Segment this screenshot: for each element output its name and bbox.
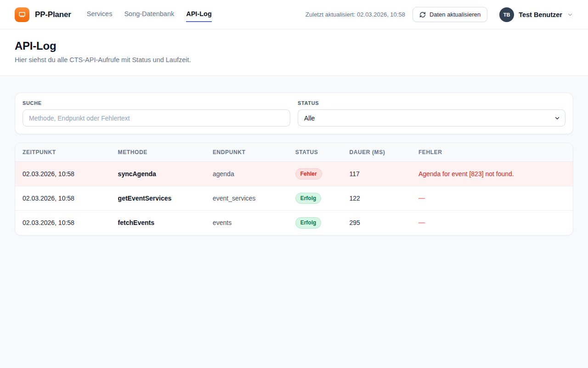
column-header-endpunkt: Endpunkt <box>205 143 288 162</box>
filter-card: Suche Status Alle <box>15 92 573 134</box>
cell-methode: getEventServices <box>111 186 205 211</box>
column-header-fehler: Fehler <box>411 143 573 162</box>
status-select[interactable]: Alle <box>298 109 565 126</box>
status-field-group: Status Alle <box>298 100 565 126</box>
cell-fehler: Agenda for event [823] not found. <box>411 162 573 186</box>
column-header-dauer: Dauer (ms) <box>342 143 411 162</box>
search-field-group: Suche <box>23 100 290 126</box>
api-log-table: Zeitpunkt Methode Endpunkt Status Dauer … <box>15 143 573 235</box>
search-label: Suche <box>23 100 290 106</box>
cell-methode: fetchEvents <box>111 211 205 235</box>
nav-item-song-datenbank[interactable]: Song-Datenbank <box>124 7 174 22</box>
column-header-methode: Methode <box>111 143 205 162</box>
chevron-down-icon <box>567 12 573 18</box>
header-right: Zuletzt aktualisiert: 02.03.2026, 10:58 … <box>305 7 573 22</box>
page-subtitle: Hier siehst du alle CTS-API-Aufrufe mit … <box>15 56 573 63</box>
brand: PP-Planer <box>15 7 71 22</box>
nav-item-api-log[interactable]: API-Log <box>186 7 212 22</box>
cell-endpunkt: agenda <box>205 162 288 186</box>
search-input[interactable] <box>23 109 290 126</box>
cell-endpunkt: events <box>205 211 288 235</box>
api-log-table-card: Zeitpunkt Methode Endpunkt Status Dauer … <box>15 143 573 236</box>
table-header-row: Zeitpunkt Methode Endpunkt Status Dauer … <box>15 143 573 162</box>
status-badge: Fehler <box>295 168 322 179</box>
status-badge: Erfolg <box>295 217 322 228</box>
brand-name: PP-Planer <box>35 10 71 19</box>
cell-dauer: 295 <box>342 211 411 235</box>
cell-dauer: 117 <box>342 162 411 186</box>
table-row: 02.03.2026, 10:58 fetchEvents events Erf… <box>15 211 573 235</box>
status-badge: Erfolg <box>295 193 322 204</box>
cell-dauer: 122 <box>342 186 411 211</box>
avatar: TB <box>499 7 514 22</box>
table-row: 02.03.2026, 10:58 getEventServices event… <box>15 186 573 211</box>
cell-endpunkt: event_services <box>205 186 288 211</box>
main-nav: Services Song-Datenbank API-Log <box>87 7 212 22</box>
page-header: API-Log Hier siehst du alle CTS-API-Aufr… <box>0 29 588 76</box>
cell-fehler: — <box>411 211 573 235</box>
top-header: PP-Planer Services Song-Datenbank API-Lo… <box>0 0 588 29</box>
cell-zeitpunkt: 02.03.2026, 10:58 <box>15 186 111 211</box>
main-content: Suche Status Alle <box>0 76 588 236</box>
refresh-icon <box>419 12 426 18</box>
app-logo-icon <box>15 7 29 22</box>
column-header-status: Status <box>288 143 342 162</box>
table-row: 02.03.2026, 10:58 syncAgenda agenda Fehl… <box>15 162 573 186</box>
page-title: API-Log <box>15 40 573 52</box>
cell-fehler: — <box>411 186 573 211</box>
presentation-screen-icon <box>18 11 26 19</box>
column-header-zeitpunkt: Zeitpunkt <box>15 143 111 162</box>
refresh-data-button[interactable]: Daten aktualisieren <box>413 7 487 22</box>
nav-item-services[interactable]: Services <box>87 7 113 22</box>
refresh-button-label: Daten aktualisieren <box>430 11 481 18</box>
status-label: Status <box>298 100 565 106</box>
last-updated-text: Zuletzt aktualisiert: 02.03.2026, 10:58 <box>305 11 405 18</box>
user-name: Test Benutzer <box>519 11 562 18</box>
cell-methode: syncAgenda <box>111 162 205 186</box>
user-menu[interactable]: TB Test Benutzer <box>499 7 573 22</box>
cell-zeitpunkt: 02.03.2026, 10:58 <box>15 162 111 186</box>
cell-zeitpunkt: 02.03.2026, 10:58 <box>15 211 111 235</box>
status-select-wrap: Alle <box>298 109 565 126</box>
